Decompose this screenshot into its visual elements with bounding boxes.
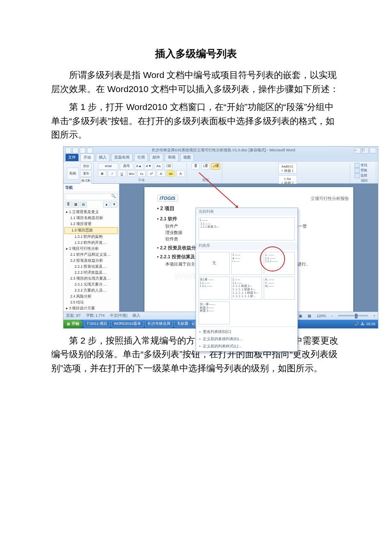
minimize-button[interactable]: – bbox=[354, 147, 361, 153]
select-button[interactable]: 选择 bbox=[355, 173, 374, 178]
maximize-button[interactable]: □ bbox=[362, 147, 369, 153]
article-title: 插入多级编号列表 bbox=[51, 47, 341, 61]
outline-item[interactable]: 2.1 软件产品和定义策… bbox=[63, 252, 119, 258]
font-size-combo[interactable]: 四号 bbox=[120, 163, 133, 170]
tab-insert[interactable]: 插入 bbox=[96, 153, 110, 161]
nav-pane-title: 导航 bbox=[63, 184, 119, 192]
outline-item[interactable]: 2.2.1 投资估算及… bbox=[63, 264, 119, 270]
bold-button[interactable]: B bbox=[98, 170, 107, 177]
group-label-edit: 编辑 bbox=[355, 178, 374, 183]
style-heading1[interactable]: AaBbC(+ 标题 1 bbox=[278, 163, 297, 173]
outline-item[interactable]: 1.1 项目名称及目标 bbox=[63, 215, 119, 221]
find-icon bbox=[355, 163, 360, 168]
copy-button[interactable]: 复制 bbox=[80, 170, 92, 177]
tray-network-icon[interactable]: 🖧 bbox=[361, 322, 365, 326]
format-painter-button[interactable]: 格式刷 bbox=[80, 177, 92, 184]
subscript-button[interactable]: x₂ bbox=[137, 170, 146, 177]
outline-item[interactable]: ▸ 1 立项背景及意义 bbox=[63, 209, 119, 215]
view-fullscreen-icon[interactable]: ▣ bbox=[299, 314, 303, 318]
bullets-icon[interactable]: ≣ bbox=[191, 163, 200, 170]
underline-button[interactable]: U bbox=[118, 170, 126, 177]
system-tray[interactable]: 🔊 🖧 09:26 bbox=[355, 322, 378, 326]
cut-button[interactable]: 剪切 bbox=[80, 163, 92, 170]
taskbar-app-button[interactable]: 7:\2011-项目 bbox=[84, 321, 110, 327]
list-style-tile[interactable]: A. —— 1. —— a) —— bbox=[264, 277, 295, 300]
find-button[interactable]: 查找 bbox=[355, 163, 374, 168]
outline-item[interactable]: 2.3.1 实现方案分… bbox=[63, 282, 119, 288]
quick-access-toolbar[interactable] bbox=[65, 147, 93, 153]
menu-define-new-list-style[interactable]: 定义新的列表样式(L)… bbox=[199, 343, 295, 350]
outline-item[interactable]: 2.5 结论 bbox=[63, 300, 119, 306]
outline-item[interactable]: 2.2.2 经济效益及… bbox=[63, 270, 119, 276]
replace-button[interactable]: 替换 bbox=[355, 168, 374, 173]
zoom-slider[interactable] bbox=[338, 315, 368, 316]
tab-references[interactable]: 引用 bbox=[134, 153, 148, 161]
tab-home[interactable]: 开始 bbox=[81, 153, 94, 161]
close-button[interactable]: × bbox=[369, 147, 376, 153]
select-icon bbox=[355, 173, 360, 178]
outline-item[interactable]: 2.2 投资及收益分析 bbox=[63, 258, 119, 264]
outline-item[interactable]: 2.3 项目的实现方案及… bbox=[63, 276, 119, 282]
outline-item[interactable]: 1.3 项目思路 bbox=[64, 227, 118, 234]
multilevel-list-button[interactable]: ⎇≣ bbox=[211, 163, 220, 170]
text-effects-icon[interactable]: A bbox=[157, 170, 165, 177]
outline-item[interactable]: ▸ 3 项目设计方案 bbox=[63, 306, 119, 312]
tab-view[interactable]: 视图 bbox=[180, 153, 194, 161]
list-style-tile[interactable]: 第一章 —— 标题 2—— 标题 3—— bbox=[199, 301, 230, 324]
taskbar-app-button[interactable]: 长沙市林业局 bbox=[145, 321, 173, 327]
navigation-pane: 导航 ≣ ▦ ▤ ▲ ▼ ▸ 1 立项背景及意义1.1 项目名称及目标1.2 项… bbox=[63, 184, 119, 312]
logo: ITOGIS bbox=[157, 195, 178, 202]
outline-item[interactable]: 1.3.2 软件的开发… bbox=[63, 240, 119, 246]
outline-item[interactable]: 2.3.2 方案的人员… bbox=[63, 288, 119, 294]
paste-button[interactable]: 粘贴 bbox=[67, 168, 79, 179]
font-color-icon[interactable]: A bbox=[176, 170, 185, 177]
doc-right-title: 立项可行性分析报告 bbox=[311, 196, 349, 202]
list-style-tile[interactable]: 1 —— a —— i —— bbox=[231, 252, 262, 275]
nav-tab-results-icon[interactable]: ▤ bbox=[80, 202, 87, 208]
font-name-combo[interactable]: Arial bbox=[98, 163, 118, 170]
list-style-tile[interactable]: 第1章 —— 1.1 —— 1.1.1 —— bbox=[199, 277, 230, 300]
popover-section-current: 当前列表 bbox=[196, 208, 297, 216]
highlight-icon[interactable]: ab bbox=[167, 170, 175, 177]
italic-button[interactable]: I bbox=[108, 170, 116, 177]
list-style-tile[interactable]: 1 —— 1.1 —— 1.1.1 标题 3— bbox=[199, 217, 295, 240]
popover-section-library: 列表库 bbox=[196, 242, 297, 250]
nav-next-icon[interactable]: ▼ bbox=[111, 202, 118, 208]
list-style-tile[interactable]: 1. —— 1.1 —— 1.1.1 —— bbox=[264, 252, 295, 275]
change-case-icon[interactable]: Aa bbox=[154, 163, 163, 170]
tab-page-layout[interactable]: 页面布局 bbox=[111, 153, 133, 161]
nav-prev-icon[interactable]: ▲ bbox=[103, 202, 110, 208]
outline-item[interactable]: 2.4 风险分析 bbox=[63, 294, 119, 300]
tab-review[interactable]: 审阅 bbox=[165, 153, 179, 161]
windows-logo-icon: ⊞ bbox=[67, 322, 70, 326]
menu-change-list-level[interactable]: 更改列表级别(C) bbox=[199, 328, 295, 335]
tab-mail[interactable]: 邮件 bbox=[150, 153, 163, 161]
strike-button[interactable]: abc bbox=[127, 170, 136, 177]
qat-save-icon[interactable] bbox=[72, 147, 78, 153]
zoom-out-button[interactable]: − bbox=[331, 314, 333, 318]
menu-define-new-multilevel[interactable]: 定义新的多级列表(D)… bbox=[199, 335, 295, 343]
numbering-icon[interactable]: 1≣ bbox=[201, 163, 210, 170]
taskbar-app-button[interactable]: WORD2010基本 bbox=[111, 321, 144, 327]
tab-file[interactable]: 文件 bbox=[65, 153, 79, 161]
tray-volume-icon[interactable]: 🔊 bbox=[355, 322, 359, 326]
outline-item[interactable]: 1.2 项目背景 bbox=[63, 221, 119, 227]
superscript-button[interactable]: x² bbox=[147, 170, 156, 177]
qat-undo-icon[interactable] bbox=[80, 147, 86, 153]
zoom-in-button[interactable]: + bbox=[373, 314, 375, 318]
list-style-none[interactable]: 无 bbox=[199, 252, 230, 275]
list-style-tile[interactable]: 1 —— 1.1 —— 1. 1. 1 标题 3— 1. 1. 1. 1 标题 … bbox=[231, 277, 262, 300]
nav-outline[interactable]: ▸ 1 立项背景及意义1.1 项目名称及目标1.2 项目背景1.3 项目思路1.… bbox=[63, 208, 119, 312]
view-web-icon[interactable]: ▦ bbox=[308, 314, 311, 318]
clear-format-icon[interactable]: ⌫ bbox=[164, 163, 173, 170]
outline-item[interactable]: 1.3.1 软件的架构 bbox=[63, 234, 119, 240]
zoom-value[interactable]: 120% bbox=[317, 314, 326, 318]
nav-search-input[interactable] bbox=[65, 194, 118, 200]
shrink-font-icon[interactable]: A▼ bbox=[144, 163, 153, 170]
nav-tab-headings-icon[interactable]: ≣ bbox=[65, 202, 72, 208]
qat-redo-icon[interactable] bbox=[87, 147, 93, 153]
grow-font-icon[interactable]: A▲ bbox=[135, 163, 143, 170]
outline-item[interactable]: ▸ 2 项目可行性分析 bbox=[63, 246, 119, 252]
start-button[interactable]: ⊞ 开始 bbox=[63, 320, 83, 328]
nav-tab-pages-icon[interactable]: ▦ bbox=[72, 202, 79, 208]
